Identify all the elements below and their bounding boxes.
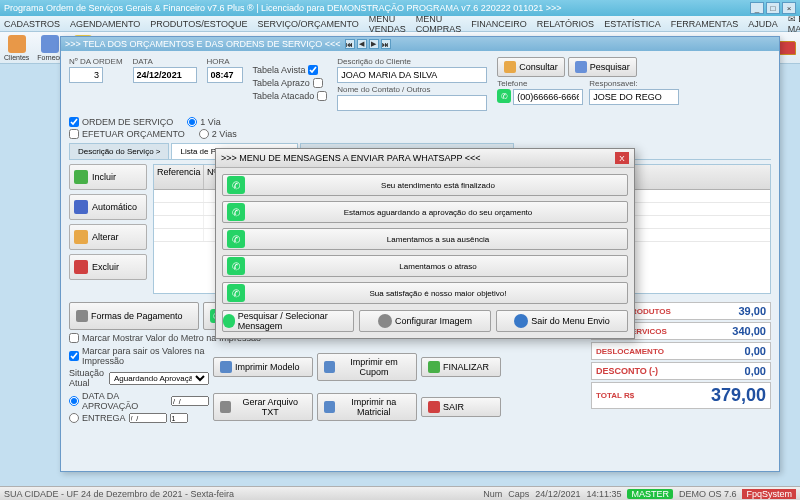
menu-agendamento[interactable]: AGENDAMENTO — [70, 19, 140, 29]
nav-next[interactable]: ▶ — [369, 39, 379, 49]
contact-label: Nome do Contato / Outros — [337, 85, 487, 94]
chk-aprazo[interactable] — [313, 78, 323, 88]
contact-field[interactable] — [337, 95, 487, 111]
menu-servico[interactable]: SERVIÇO/ORÇAMENTO — [258, 19, 359, 29]
client-label: Descrição do Cliente — [337, 57, 487, 66]
master-badge: MASTER — [627, 489, 673, 499]
chk-orc[interactable] — [69, 129, 79, 139]
whatsapp-icon[interactable]: ✆ — [497, 89, 511, 103]
desconto-value: 0,00 — [745, 365, 766, 377]
excluir-button[interactable]: Excluir — [69, 254, 147, 280]
menu-financeiro[interactable]: FINANCEIRO — [471, 19, 527, 29]
desconto-label: DESCONTO (-) — [596, 366, 658, 376]
whatsapp-modal: >>> MENU DE MENSAGENS A ENVIAR PARA WHAT… — [215, 148, 635, 339]
phone-label: Telefone — [497, 79, 583, 88]
desloc-label: DESLOCAMENTO — [596, 347, 664, 356]
nav-prev[interactable]: ◀ — [357, 39, 367, 49]
produtos-value: 39,00 — [738, 305, 766, 317]
modal-title: >>> MENU DE MENSAGENS A ENVIAR PARA WHAT… — [221, 153, 481, 163]
exit-icon[interactable] — [778, 41, 796, 55]
menu-ajuda[interactable]: AJUDA — [748, 19, 778, 29]
pesquisar-button[interactable]: Pesquisar — [568, 57, 637, 77]
whatsapp-msg-button[interactable]: ✆Lamentamos o atraso — [222, 255, 628, 277]
nav-first[interactable]: ⏮ — [345, 39, 355, 49]
phone-field[interactable] — [513, 89, 583, 105]
time-label: HORA — [207, 57, 243, 66]
total-label: TOTAL R$ — [596, 391, 634, 400]
incluir-button[interactable]: Incluir — [69, 164, 147, 190]
date-label: DATA — [133, 57, 197, 66]
date-field[interactable] — [133, 67, 197, 83]
toolbar-clientes[interactable]: Clientes — [4, 35, 29, 61]
resp-field[interactable] — [589, 89, 679, 105]
menu-compras[interactable]: MENU COMPRAS — [416, 14, 462, 34]
menu-vendas[interactable]: MENU VENDAS — [369, 14, 406, 34]
chk-avista[interactable] — [308, 65, 318, 75]
menu-email[interactable]: ✉ E-MAIL — [788, 14, 800, 34]
alterar-button[interactable]: Alterar — [69, 224, 147, 250]
whatsapp-icon: ✆ — [227, 284, 245, 302]
time-field[interactable] — [207, 67, 243, 83]
tab-descricao[interactable]: Descrição do Serviço > — [69, 143, 169, 159]
whatsapp-icon: ✆ — [227, 257, 245, 275]
whatsapp-msg-button[interactable]: ✆Seu atendimento está finalizado — [222, 174, 628, 196]
grid-header[interactable]: Referencia — [154, 165, 204, 189]
chk-metro[interactable] — [69, 333, 79, 343]
radio-data-aprov[interactable] — [69, 396, 79, 406]
whatsapp-msg-button[interactable]: ✆Lamentamos a sua ausência — [222, 228, 628, 250]
total-value: 379,00 — [711, 385, 766, 406]
whatsapp-icon: ✆ — [227, 203, 245, 221]
modal-close-button[interactable]: X — [615, 152, 629, 164]
sair-button[interactable]: SAIR — [421, 397, 501, 417]
radio-1via[interactable] — [187, 117, 197, 127]
sys-badge: FpqSystem — [742, 489, 796, 499]
modelo-button[interactable]: Imprimir Modelo — [213, 357, 313, 377]
automatico-button[interactable]: Automático — [69, 194, 147, 220]
desloc-value: 0,00 — [745, 345, 766, 357]
nav-last[interactable]: ⏭ — [381, 39, 391, 49]
gerar-button[interactable]: Gerar Arquivo TXT — [213, 393, 313, 421]
situacao-select[interactable]: Aguardando Aprovação — [109, 372, 209, 385]
status-left: SUA CIDADE - UF 24 de Dezembro de 2021 -… — [4, 489, 234, 499]
subwindow-title: >>> TELA DOS ORÇAMENTOS E DAS ORDENS DE … — [61, 37, 779, 51]
chk-os[interactable] — [69, 117, 79, 127]
config-img-button[interactable]: Configurar Imagem — [359, 310, 491, 332]
menu-relatorios[interactable]: RELATÓRIOS — [537, 19, 594, 29]
entrega-dias[interactable] — [170, 413, 188, 423]
entrega-field[interactable] — [129, 413, 167, 423]
consultar-button[interactable]: Consultar — [497, 57, 565, 77]
minimize-button[interactable]: _ — [750, 2, 764, 14]
menu-estatistica[interactable]: ESTATÍSTICA — [604, 19, 661, 29]
chk-atacado[interactable] — [317, 91, 327, 101]
matricial-button[interactable]: Imprimir na Matricial — [317, 393, 417, 421]
order-field[interactable] — [69, 67, 103, 83]
whatsapp-icon: ✆ — [227, 176, 245, 194]
whatsapp-msg-button[interactable]: ✆Estamos aguardando a aprovação do seu o… — [222, 201, 628, 223]
servicos-value: 340,00 — [732, 325, 766, 337]
finalizar-button[interactable]: FINALIZAR — [421, 357, 501, 377]
menubar: CADASTROS AGENDAMENTO PRODUTOS/ESTOQUE S… — [0, 16, 800, 32]
pesquisar-msg-button[interactable]: Pesquisar / Selecionar Mensagem — [222, 310, 354, 332]
formas-button[interactable]: Formas de Pagamento — [69, 302, 199, 330]
resp-label: Responsavel: — [589, 79, 679, 88]
sair-menu-button[interactable]: Sair do Menu Envio — [496, 310, 628, 332]
menu-ferramentas[interactable]: FERRAMENTAS — [671, 19, 738, 29]
menu-produtos[interactable]: PRODUTOS/ESTOQUE — [150, 19, 247, 29]
statusbar: SUA CIDADE - UF 24 de Dezembro de 2021 -… — [0, 486, 800, 500]
menu-cadastros[interactable]: CADASTROS — [4, 19, 60, 29]
order-label: Nº DA ORDEM — [69, 57, 123, 66]
maximize-button[interactable]: □ — [766, 2, 780, 14]
close-button[interactable]: × — [782, 2, 796, 14]
cupom-button[interactable]: Imprimir em Cupom — [317, 353, 417, 381]
whatsapp-msg-button[interactable]: ✆Sua satisfação é nosso maior objetivo! — [222, 282, 628, 304]
window-title: Programa Ordem de Serviços Gerais & Fina… — [4, 3, 561, 13]
data-aprov-field[interactable] — [171, 396, 209, 406]
radio-2vias[interactable] — [199, 129, 209, 139]
whatsapp-icon: ✆ — [227, 230, 245, 248]
radio-entrega[interactable] — [69, 413, 79, 423]
client-field[interactable] — [337, 67, 487, 83]
chk-valores[interactable] — [69, 351, 79, 361]
